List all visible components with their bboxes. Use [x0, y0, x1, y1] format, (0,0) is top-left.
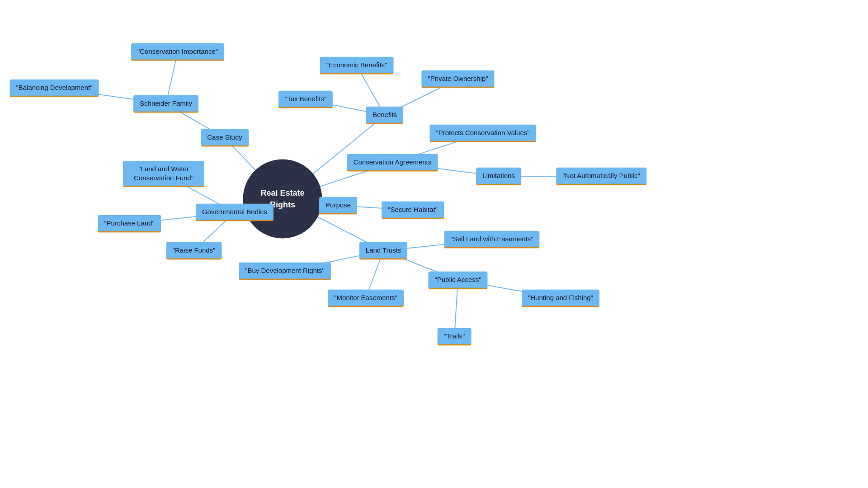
node-economic-benefits[interactable]: "Economic Benefits" [320, 57, 394, 75]
node-trails[interactable]: "Trails" [438, 328, 472, 346]
node-benefits[interactable]: Benefits [366, 107, 403, 124]
node-tax-benefits[interactable]: "Tax Benefits" [278, 91, 333, 108]
node-label-monitor-easements: "Monitor Easements" [328, 290, 404, 307]
node-label-schneider-family: Schneider Family [133, 95, 198, 113]
node-label-balancing-development: "Balancing Development" [9, 80, 99, 97]
node-label-private-ownership: "Private Ownership" [421, 70, 494, 88]
center-label: Real Estate Rights [243, 160, 322, 239]
node-conservation-agreements[interactable]: Conservation Agreements [347, 154, 438, 172]
node-label-purpose: Purpose [319, 197, 357, 215]
node-schneider-family[interactable]: Schneider Family [133, 95, 198, 113]
node-label-benefits: Benefits [366, 107, 403, 124]
node-case-study[interactable]: Case Study [201, 129, 249, 147]
node-secure-habitat[interactable]: "Secure Habitat" [382, 202, 444, 219]
node-not-automatically-public[interactable]: "Not Automatically Public" [556, 168, 646, 185]
node-purpose[interactable]: Purpose [319, 197, 357, 215]
node-public-access[interactable]: "Public Access" [428, 272, 487, 289]
node-label-land-trusts: Land Trusts [359, 242, 407, 260]
node-hunting-fishing[interactable]: "Hunting and Fishing" [522, 290, 599, 307]
node-protects-conservation[interactable]: "Protects Conservation Values" [429, 125, 536, 142]
node-private-ownership[interactable]: "Private Ownership" [421, 70, 494, 88]
node-label-sell-land-easements: "Sell Land with Easements" [444, 231, 539, 249]
node-label-trails: "Trails" [438, 328, 472, 346]
node-label-secure-habitat: "Secure Habitat" [382, 202, 444, 219]
node-limitations[interactable]: Limitations [476, 168, 521, 185]
node-label-purchase-land: "Purchase Land" [98, 215, 161, 233]
center-node: Real Estate Rights [243, 160, 322, 239]
node-label-buy-development-rights: "Buy Development Rights" [239, 263, 331, 280]
node-label-land-water-conservation: "Land and Water Conservation Fund" [123, 161, 204, 187]
node-label-hunting-fishing: "Hunting and Fishing" [522, 290, 599, 307]
node-label-not-automatically-public: "Not Automatically Public" [556, 168, 646, 185]
node-label-conservation-agreements: Conservation Agreements [347, 154, 438, 172]
node-governmental-bodies[interactable]: Governmental Bodies [196, 204, 274, 221]
node-sell-land-easements[interactable]: "Sell Land with Easements" [444, 231, 539, 249]
node-label-raise-funds: "Raise Funds" [166, 242, 222, 260]
node-land-trusts[interactable]: Land Trusts [359, 242, 407, 260]
node-land-water-conservation[interactable]: "Land and Water Conservation Fund" [123, 161, 204, 187]
node-purchase-land[interactable]: "Purchase Land" [98, 215, 161, 233]
node-label-public-access: "Public Access" [428, 272, 487, 289]
node-label-governmental-bodies: Governmental Bodies [196, 204, 274, 221]
node-buy-development-rights[interactable]: "Buy Development Rights" [239, 263, 331, 280]
node-label-protects-conservation: "Protects Conservation Values" [429, 125, 536, 142]
node-balancing-development[interactable]: "Balancing Development" [9, 80, 99, 97]
node-raise-funds[interactable]: "Raise Funds" [166, 242, 222, 260]
node-label-limitations: Limitations [476, 168, 521, 185]
node-label-economic-benefits: "Economic Benefits" [320, 57, 394, 75]
node-label-tax-benefits: "Tax Benefits" [278, 91, 333, 108]
node-label-conservation-importance: "Conservation Importance" [131, 43, 224, 61]
node-monitor-easements[interactable]: "Monitor Easements" [328, 290, 404, 307]
node-conservation-importance[interactable]: "Conservation Importance" [131, 43, 224, 61]
node-label-case-study: Case Study [201, 129, 249, 147]
